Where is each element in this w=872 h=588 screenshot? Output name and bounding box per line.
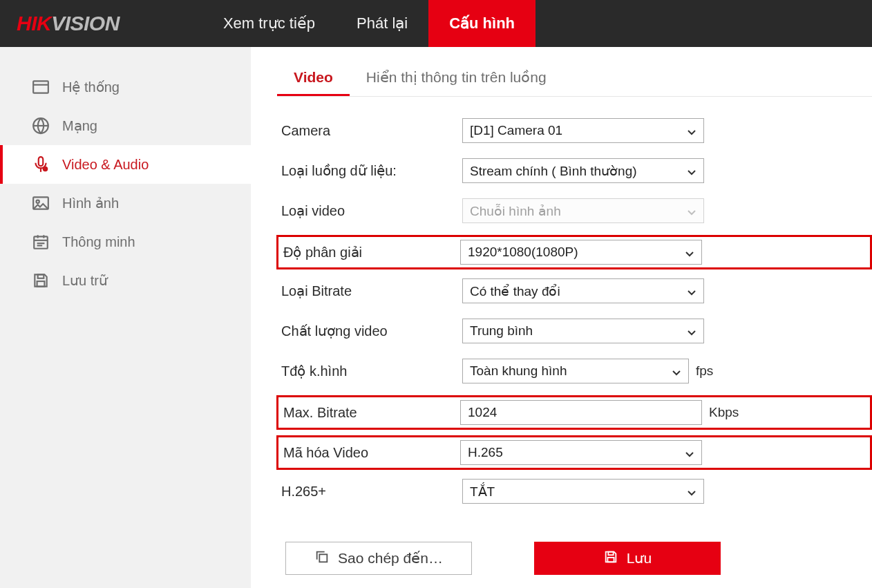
select-bitrate-type[interactable]: Có thể thay đổi: [462, 278, 704, 303]
sidebar-item-image[interactable]: Hình ảnh: [0, 184, 251, 222]
tabs: Video Hiển thị thông tin trên luồng: [277, 62, 872, 97]
chevron-down-icon: [672, 366, 681, 376]
select-value: Trung bình: [470, 323, 533, 339]
label-frame-rate: Tđộ k.hình: [281, 363, 462, 379]
row-stream-type: Loại luồng dữ liệu: Stream chính ( Bình …: [281, 158, 872, 184]
sidebar-item-label: Lưu trữ: [62, 272, 108, 289]
label-stream-type: Loại luồng dữ liệu:: [281, 162, 462, 179]
save-icon: [603, 549, 618, 568]
button-row: Sao chép đến… Lưu: [281, 542, 872, 575]
label-h265plus: H.265+: [281, 484, 462, 500]
window-icon: [32, 78, 50, 96]
button-label: Lưu: [627, 550, 652, 567]
select-frame-rate[interactable]: Toàn khung hình: [462, 359, 689, 383]
content: Video Hiển thị thông tin trên luồng Came…: [251, 47, 872, 588]
row-video-encoding: Mã hóa Video H.265: [276, 435, 872, 470]
select-h265plus[interactable]: TẮT: [462, 479, 704, 504]
sidebar-item-storage[interactable]: Lưu trữ: [0, 261, 251, 300]
main: Hệ thống Mạng Video & Audio Hình ảnh Thô…: [0, 47, 872, 588]
nav-configuration[interactable]: Cấu hình: [428, 0, 535, 47]
save-button[interactable]: Lưu: [534, 542, 721, 575]
select-value: Toàn khung hình: [470, 363, 567, 379]
label-resolution: Độ phân giải: [281, 244, 460, 260]
row-h265plus: H.265+ TẮT: [281, 478, 872, 504]
select-value: Chuỗi hình ảnh: [470, 203, 561, 219]
chevron-down-icon: [687, 326, 696, 336]
chevron-down-icon: [687, 206, 696, 216]
label-max-bitrate: Max. Bitrate: [281, 405, 460, 421]
svg-rect-3: [39, 157, 44, 166]
sidebar: Hệ thống Mạng Video & Audio Hình ảnh Thô…: [0, 47, 251, 588]
image-icon: [32, 194, 50, 212]
unit-fps: fps: [696, 363, 713, 379]
svg-point-5: [43, 167, 48, 172]
row-resolution: Độ phân giải 1920*1080(1080P): [276, 235, 872, 269]
chevron-down-icon: [687, 486, 696, 496]
chevron-down-icon: [687, 286, 696, 296]
select-value: H.265: [468, 445, 503, 460]
sidebar-item-label: Hình ảnh: [62, 195, 119, 211]
sidebar-item-system[interactable]: Hệ thống: [0, 68, 251, 106]
svg-rect-16: [319, 554, 327, 562]
select-video-encoding[interactable]: H.265: [460, 440, 702, 465]
label-camera: Camera: [281, 123, 462, 139]
svg-rect-17: [608, 551, 613, 555]
chevron-down-icon: [685, 247, 694, 257]
copy-to-button[interactable]: Sao chép đến…: [285, 542, 472, 575]
label-video-type: Loại video: [281, 202, 462, 219]
nav-live-view[interactable]: Xem trực tiếp: [202, 0, 336, 47]
row-video-type: Loại video Chuỗi hình ảnh: [281, 198, 872, 224]
row-frame-rate: Tđộ k.hình Toàn khung hình fps: [281, 358, 872, 384]
logo-hik: HIK: [17, 12, 51, 35]
label-video-quality: Chất lượng video: [281, 323, 462, 339]
svg-rect-14: [38, 274, 44, 278]
select-video-type: Chuỗi hình ảnh: [462, 198, 704, 223]
select-camera[interactable]: [D1] Camera 01: [462, 118, 704, 143]
chevron-down-icon: [687, 126, 696, 135]
sidebar-item-label: Video & Audio: [62, 157, 149, 173]
logo: HIKVISION: [17, 12, 120, 35]
save-icon: [32, 272, 50, 290]
select-value: TẮT: [470, 484, 495, 500]
sidebar-item-label: Hệ thống: [62, 79, 120, 95]
select-value: [D1] Camera 01: [470, 123, 562, 138]
sidebar-item-network[interactable]: Mạng: [0, 106, 251, 145]
sidebar-item-video-audio[interactable]: Video & Audio: [0, 145, 251, 184]
topbar: HIKVISION Xem trực tiếp Phát lại Cấu hìn…: [0, 0, 872, 47]
input-max-bitrate[interactable]: [460, 400, 702, 425]
svg-rect-15: [37, 281, 45, 287]
copy-icon: [314, 549, 330, 568]
row-video-quality: Chất lượng video Trung bình: [281, 318, 872, 344]
select-value: Có thể thay đổi: [470, 283, 560, 299]
select-value: 1920*1080(1080P): [468, 245, 578, 260]
svg-rect-8: [34, 236, 48, 248]
sidebar-item-label: Thông minh: [62, 234, 135, 250]
svg-rect-0: [33, 81, 48, 93]
row-camera: Camera [D1] Camera 01: [281, 117, 872, 144]
button-label: Sao chép đến…: [338, 550, 443, 567]
row-max-bitrate: Max. Bitrate Kbps: [276, 395, 872, 430]
label-bitrate-type: Loại Bitrate: [281, 283, 462, 299]
tab-osd[interactable]: Hiển thị thông tin trên luồng: [350, 62, 563, 96]
form: Camera [D1] Camera 01 Loại luồng dữ liệu…: [277, 117, 872, 575]
tab-video[interactable]: Video: [277, 62, 350, 96]
svg-point-7: [37, 200, 39, 203]
svg-rect-18: [607, 557, 614, 561]
label-video-encoding: Mã hóa Video: [281, 445, 460, 461]
mic-icon: [32, 155, 50, 173]
nav-playback[interactable]: Phát lại: [336, 0, 428, 47]
select-video-quality[interactable]: Trung bình: [462, 319, 704, 343]
select-resolution[interactable]: 1920*1080(1080P): [460, 240, 702, 265]
select-stream-type[interactable]: Stream chính ( Bình thường): [462, 158, 704, 183]
sidebar-item-smart[interactable]: Thông minh: [0, 222, 251, 261]
logo-vision: VISION: [51, 12, 120, 35]
top-nav: Xem trực tiếp Phát lại Cấu hình: [202, 0, 535, 47]
chevron-down-icon: [685, 448, 694, 457]
calendar-icon: [32, 233, 50, 251]
row-bitrate-type: Loại Bitrate Có thể thay đổi: [281, 278, 872, 304]
chevron-down-icon: [687, 166, 696, 176]
select-value: Stream chính ( Bình thường): [470, 163, 637, 179]
sidebar-item-label: Mạng: [62, 117, 97, 134]
unit-kbps: Kbps: [709, 405, 739, 420]
globe-icon: [32, 117, 50, 135]
